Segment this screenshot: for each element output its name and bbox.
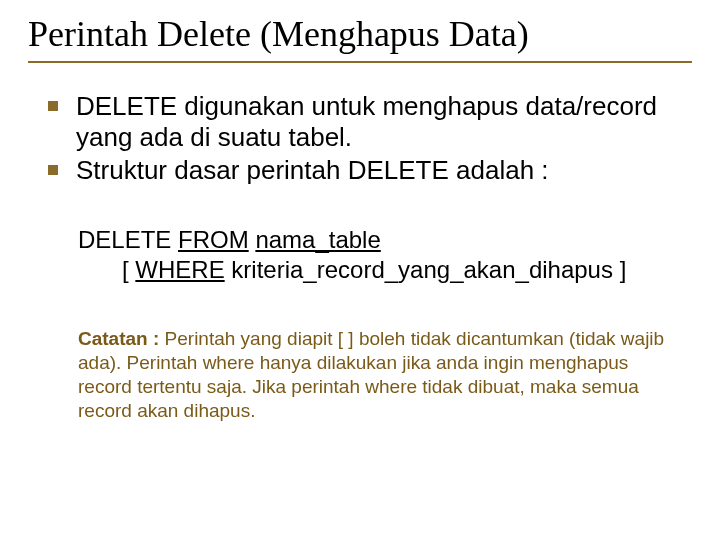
note-block: Catatan : Perintah yang diapit [ ] boleh…	[78, 327, 682, 422]
keyword-delete: DELETE	[78, 226, 171, 253]
syntax-line-1: DELETE FROM nama_table	[78, 225, 692, 255]
bracket-open: [	[122, 256, 129, 283]
bracket-close: ]	[620, 256, 627, 283]
list-item: DELETE digunakan untuk menghapus data/re…	[48, 91, 692, 152]
bullet-text: Struktur dasar perintah DELETE adalah :	[76, 155, 692, 186]
title-underline	[28, 61, 692, 63]
square-bullet-icon	[48, 165, 58, 175]
bullet-list: DELETE digunakan untuk menghapus data/re…	[48, 91, 692, 185]
slide: Perintah Delete (Menghapus Data) DELETE …	[0, 0, 720, 540]
square-bullet-icon	[48, 101, 58, 111]
placeholder-table: nama_table	[255, 226, 380, 253]
bullet-text: DELETE digunakan untuk menghapus data/re…	[76, 91, 692, 152]
syntax-block: DELETE FROM nama_table [ WHERE kriteria_…	[78, 225, 692, 285]
placeholder-criteria: kriteria_record_yang_akan_dihapus	[231, 256, 613, 283]
list-item: Struktur dasar perintah DELETE adalah :	[48, 155, 692, 186]
note-label: Catatan :	[78, 328, 159, 349]
page-title: Perintah Delete (Menghapus Data)	[28, 14, 692, 55]
syntax-line-2: [ WHERE kriteria_record_yang_akan_dihapu…	[78, 255, 692, 285]
keyword-from: FROM	[178, 226, 249, 253]
keyword-where: WHERE	[135, 256, 224, 283]
